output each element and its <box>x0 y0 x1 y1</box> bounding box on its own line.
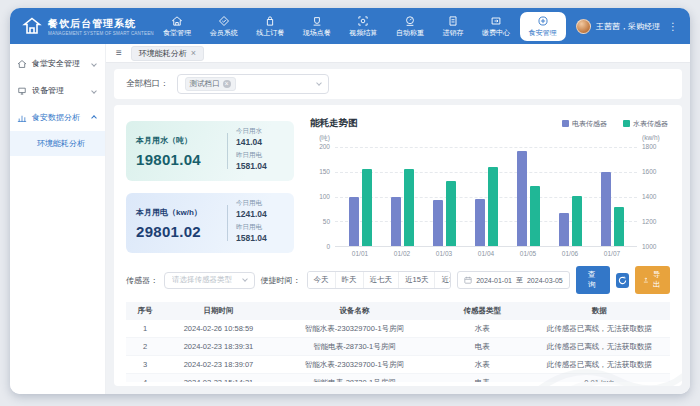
chart-plot-area <box>335 147 637 247</box>
table-header: 日期时间 <box>164 302 273 320</box>
nav-item-label: 会员系统 <box>210 28 238 38</box>
chevron-down-icon <box>91 61 97 67</box>
chart-bar[interactable] <box>349 197 359 247</box>
stat-cards: 本月用水（吨） 19801.04 今日用水 141.04 昨日用电 1581.0… <box>126 113 294 257</box>
video-checkout-icon <box>357 15 369 27</box>
nav-item-inventory[interactable]: 进销存 <box>433 12 472 41</box>
nav-item-food-safety[interactable]: 食安管理 <box>520 12 566 41</box>
table-cell: 此传感器已离线，无法获取数据 <box>529 356 670 374</box>
date-range-picker[interactable]: 2024-01-01 至 2024-03-05 <box>457 271 570 289</box>
stall-select[interactable]: 测试档口 × <box>177 74 329 94</box>
x-axis-label: 01/02 <box>394 250 410 257</box>
dine-in-icon <box>311 15 323 27</box>
chart-bar[interactable] <box>601 172 611 246</box>
analysis-card: 本月用水（吨） 19801.04 今日用水 141.04 昨日用电 1581.0… <box>114 105 682 386</box>
table-cell: 3 <box>126 356 164 374</box>
bar-group <box>517 147 540 246</box>
date-separator: 至 <box>516 275 523 285</box>
bar-group <box>475 147 498 246</box>
close-tab-icon[interactable]: × <box>191 49 196 58</box>
bar-group <box>349 147 372 246</box>
nav-item-label: 现场点餐 <box>303 28 331 38</box>
divider <box>227 205 228 241</box>
table-cell: 此传感器已离线，无法获取数据 <box>529 320 670 338</box>
x-axis-label: 01/05 <box>520 250 536 257</box>
nav-item-online-order[interactable]: 线上订餐 <box>247 12 293 41</box>
user-name: 王茜茜，采购经理 <box>596 21 660 32</box>
chart-bar[interactable] <box>614 207 624 246</box>
legend-item[interactable]: 电表传感器 <box>562 119 607 129</box>
canteen-safety-icon <box>17 59 27 69</box>
chart-bar[interactable] <box>517 151 527 246</box>
stall-tag: 测试档口 × <box>185 77 236 91</box>
date-start: 2024-01-01 <box>476 277 512 284</box>
table-cell: 2024-02-23 18:39:31 <box>164 338 273 356</box>
export-button[interactable]: 导出 <box>635 266 670 294</box>
quick-time-button[interactable]: 近30天 <box>434 272 451 288</box>
quick-time-button[interactable]: 今天 <box>308 272 335 288</box>
bar-group <box>601 147 624 246</box>
collapse-sidebar-icon[interactable]: ≡ <box>116 48 122 58</box>
chart-bar[interactable] <box>475 199 485 246</box>
table-row[interactable]: 22024-02-23 18:39:31智能电表-28730-1号房间电表此传感… <box>126 338 670 356</box>
nav-item-label: 线上订餐 <box>256 28 284 38</box>
bar-group <box>433 147 456 246</box>
table-cell: 水表 <box>436 356 528 374</box>
chevron-down-icon <box>242 276 248 282</box>
chart-bar[interactable] <box>404 169 414 246</box>
more-icon[interactable]: ⋮ <box>668 21 678 32</box>
chart-legend: 电表传感器水表传感器 <box>562 119 668 129</box>
sensor-type-select[interactable]: 请选择传感器类型 <box>164 272 255 289</box>
quick-time-button[interactable]: 近七天 <box>363 272 399 288</box>
nav-item-canteen[interactable]: 食堂管理 <box>154 12 200 41</box>
nav-item-auto-weigh[interactable]: 自动称重 <box>387 12 433 41</box>
nav-item-label: 进销存 <box>442 28 463 38</box>
sensor-filter-label: 传感器： <box>126 275 158 286</box>
refresh-icon <box>618 276 627 285</box>
chart-bar[interactable] <box>446 181 456 246</box>
sidebar-item-device[interactable]: 设备管理 <box>10 77 105 104</box>
nav-item-payment[interactable]: 缴费中心 <box>473 12 519 41</box>
chevron-up-icon <box>91 115 97 121</box>
remove-stall-tag-icon[interactable]: × <box>223 80 231 88</box>
user-menu[interactable]: 王茜茜，采购经理 ⋮ <box>566 19 682 34</box>
chart-bar[interactable] <box>530 186 540 246</box>
quick-time-button[interactable]: 昨天 <box>335 272 363 288</box>
chart-bar[interactable] <box>559 213 569 246</box>
sidebar-item-analysis[interactable]: 食安数据分析 <box>10 104 105 131</box>
chart-bar[interactable] <box>362 169 372 246</box>
stall-tag-label: 测试档口 <box>190 79 220 89</box>
table-header: 数据 <box>529 302 670 320</box>
logo-icon <box>22 16 42 36</box>
nav-item-member[interactable]: 会员系统 <box>201 12 247 41</box>
nav-item-dine-in[interactable]: 现场点餐 <box>294 12 340 41</box>
search-button[interactable]: 查询 <box>576 266 610 294</box>
quick-time-label: 便捷时间： <box>261 275 301 286</box>
table-row[interactable]: 42024-02-23 15:14:21智能电表-28730-1号房间电表0.0… <box>126 374 670 383</box>
chart-bar[interactable] <box>572 196 582 246</box>
sidebar-subitem[interactable]: 环境能耗分析 <box>10 131 105 156</box>
table-row[interactable]: 12024-02-26 10:58:59智能水表-230329700-1号房间水… <box>126 320 670 338</box>
table-header: 序号 <box>126 302 164 320</box>
table-cell: 智能水表-230329700-1号房间 <box>273 356 436 374</box>
quick-time-button[interactable]: 近15天 <box>398 272 434 288</box>
sensor-data-table: 序号日期时间设备名称传感器类型数据 12024-02-26 10:58:59智能… <box>126 302 670 382</box>
sidebar-item-canteen-safety[interactable]: 食堂安全管理 <box>10 50 105 77</box>
table-row[interactable]: 32024-02-23 18:39:07智能水表-230329700-1号房间水… <box>126 356 670 374</box>
table-cell: 智能电表-28730-1号房间 <box>273 374 436 383</box>
table-cell: 水表 <box>436 320 528 338</box>
chart-bar[interactable] <box>433 200 443 246</box>
refresh-button[interactable] <box>616 273 629 288</box>
auto-weigh-icon <box>404 15 416 27</box>
chart-bar[interactable] <box>488 167 498 246</box>
query-toolbar: 传感器： 请选择传感器类型 便捷时间： 今天昨天近七天近15天近30天本月 <box>126 257 670 302</box>
legend-item[interactable]: 水表传感器 <box>623 119 668 129</box>
electric-stat-card: 本月用电（kw/h） 29801.02 今日用电 1241.04 昨日用电 15… <box>126 193 294 253</box>
legend-swatch <box>562 120 569 127</box>
online-order-icon <box>264 15 276 27</box>
chart-bar[interactable] <box>391 197 401 247</box>
nav-item-video-checkout[interactable]: 视频结算 <box>340 12 386 41</box>
page-tab[interactable]: 环境能耗分析 × <box>131 46 204 61</box>
water-today-label: 今日用水 <box>236 127 284 136</box>
table-cell: 0.01 kwh <box>529 374 670 383</box>
